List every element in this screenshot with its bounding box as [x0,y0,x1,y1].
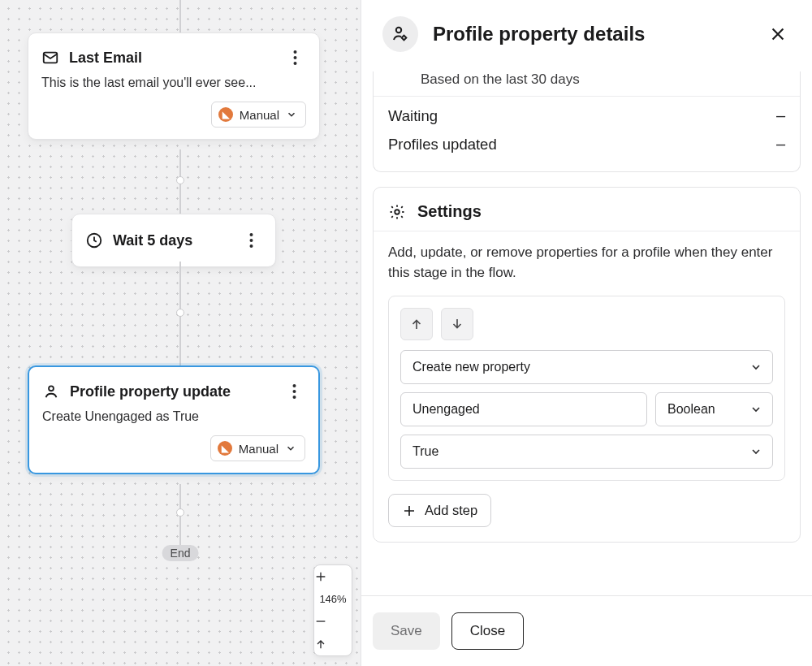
chevron-down-icon [285,443,296,454]
person-icon [42,383,60,400]
node-menu-button[interactable] [283,380,305,403]
analytics-card: Based on the last 30 days Waiting – Prof… [373,71,801,172]
close-panel-button[interactable]: Close [451,612,524,650]
klaviyo-icon: ◣ [218,107,233,122]
status-dropdown[interactable]: ◣ Manual [210,435,305,461]
chevron-down-icon [749,445,762,458]
panel-header: Profile property details [361,0,812,71]
panel-title: Profile property details [433,23,750,45]
flow-node-profile-update[interactable]: Profile property update Create Unengaged… [28,365,320,474]
side-panel: Profile property details Based on the la… [361,0,812,666]
clock-icon [85,231,103,249]
stat-value: – [776,135,785,154]
svg-point-9 [292,384,296,387]
panel-body[interactable]: Based on the last 30 days Waiting – Prof… [361,71,812,595]
settings-heading: Settings [417,202,482,221]
move-step-up-button[interactable] [400,308,433,340]
action-select-value: Create new property [412,360,530,374]
svg-point-11 [292,396,296,399]
connector-node[interactable] [176,508,184,517]
svg-point-5 [249,233,253,236]
connector-node[interactable] [176,176,184,184]
svg-point-10 [292,390,296,393]
status-dropdown[interactable]: ◣ Manual [211,102,306,128]
svg-point-2 [293,56,296,59]
status-label: Manual [240,108,279,122]
property-type-select[interactable]: Boolean [655,392,773,426]
zoom-value: 146% [314,588,352,610]
svg-point-3 [293,62,296,65]
stat-row-waiting: Waiting – [388,102,785,130]
plus-icon [402,504,417,518]
stat-row-updated: Profiles updated – [388,130,785,158]
svg-point-7 [249,244,253,248]
stat-value: – [776,106,785,125]
flow-canvas[interactable]: Last Email This is the last email you'll… [0,0,361,666]
property-value: True [412,444,438,459]
close-button[interactable] [765,21,791,47]
flow-node-wait[interactable]: Wait 5 days [71,214,276,267]
node-body: Create Unengaged as True [29,409,318,435]
chevron-down-icon [749,361,762,374]
settings-card: Settings Add, update, or remove properti… [373,187,801,543]
add-step-button[interactable]: Add step [388,494,491,527]
zoom-control: 146% [313,564,352,656]
property-name-value: Unengaged [412,402,480,417]
svg-point-12 [396,28,401,32]
analytics-subtext: Based on the last 30 days [374,71,800,96]
connector-node[interactable] [176,309,184,317]
property-type-value: Boolean [667,402,715,417]
svg-point-14 [395,210,400,214]
flow-end-badge: End [162,545,199,561]
stat-label: Profiles updated [388,136,497,154]
action-select[interactable]: Create new property [400,350,773,384]
node-menu-button[interactable] [283,46,306,69]
save-button[interactable]: Save [373,612,440,650]
node-title: Wait 5 days [113,232,230,249]
chevron-down-icon [286,109,297,120]
zoom-out-button[interactable] [314,610,352,633]
property-value-select[interactable]: True [400,435,773,469]
node-title: Profile property update [70,383,273,400]
add-step-label: Add step [425,503,477,518]
svg-point-6 [249,239,253,242]
move-step-down-button[interactable] [441,308,473,340]
klaviyo-icon: ◣ [218,441,232,456]
status-label: Manual [239,442,279,456]
property-step: Create new property Unengaged Boolean [388,296,785,481]
gear-icon [388,203,406,221]
settings-description: Add, update, or remove properties for a … [374,231,800,296]
node-body: This is the last email you'll ever see..… [28,76,319,102]
chevron-down-icon [749,403,762,416]
zoom-in-button[interactable] [314,565,352,588]
node-menu-button[interactable] [240,229,262,252]
svg-rect-13 [402,36,407,41]
zoom-reset-button[interactable] [314,633,352,655]
stat-label: Waiting [388,107,438,125]
property-name-input[interactable]: Unengaged [400,392,647,426]
mail-icon [41,49,59,67]
panel-footer: Save Close [361,595,812,666]
svg-point-8 [49,386,54,391]
svg-point-1 [293,50,296,54]
profile-icon [382,16,418,52]
flow-node-email[interactable]: Last Email This is the last email you'll… [28,32,320,140]
node-title: Last Email [69,50,274,67]
